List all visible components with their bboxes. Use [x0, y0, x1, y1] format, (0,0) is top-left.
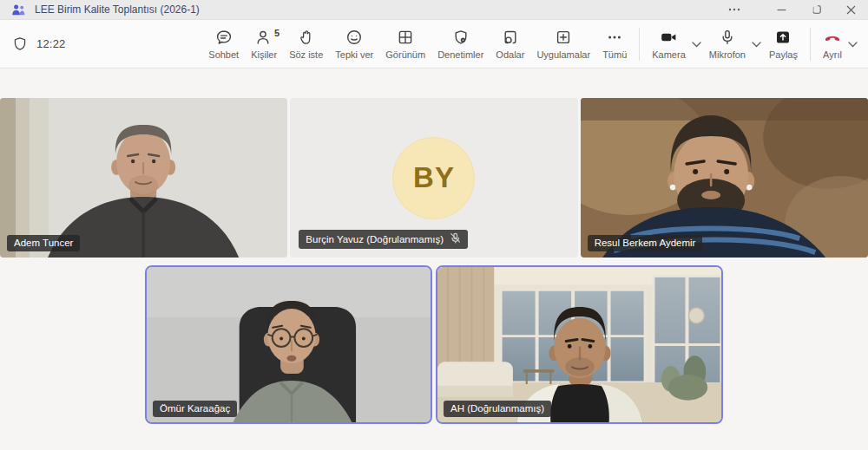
apps-label: Uygulamalar: [536, 49, 590, 60]
participant-name: AH (Doğrulanmamış): [450, 403, 544, 414]
chat-button[interactable]: Sohbet: [202, 29, 245, 60]
rooms-icon: [502, 29, 519, 47]
video-tile-adem-tuncer[interactable]: Adem Tuncer: [0, 98, 287, 258]
rooms-label: Odalar: [496, 49, 524, 60]
camera-label: Kamera: [652, 49, 686, 60]
title-bar: LEE Birim Kalite Toplantısı (2026-1): [0, 0, 868, 20]
window-more-button[interactable]: [717, 0, 752, 19]
toolbar-separator: [810, 28, 811, 61]
chat-icon: [215, 29, 233, 47]
raise-hand-label: Söz iste: [289, 49, 323, 60]
controls-button[interactable]: Denetimler: [431, 29, 490, 60]
video-tile-burcin-yavuz[interactable]: BY Burçin Yavuz (Doğrulanmamış): [290, 98, 577, 258]
leave-dropdown-chevron[interactable]: [848, 36, 858, 51]
participant-video: [581, 98, 868, 258]
controls-label: Denetimler: [437, 49, 483, 60]
window-close-button[interactable]: [833, 0, 868, 19]
microphone-button[interactable]: Mikrofon: [703, 29, 752, 60]
teams-logo-icon: [11, 4, 25, 16]
window-maximize-button[interactable]: [799, 0, 833, 19]
more-dots-icon: [606, 29, 623, 47]
leave-label: Ayrıl: [823, 49, 842, 60]
rooms-button[interactable]: Odalar: [490, 29, 530, 60]
window-minimize-button[interactable]: [764, 0, 799, 19]
people-icon: 5: [255, 29, 273, 47]
microphone-dropdown-chevron[interactable]: [752, 36, 761, 51]
participant-video: [147, 267, 431, 422]
raise-hand-icon: [298, 29, 315, 47]
name-label: AH (Doğrulanmamış): [444, 401, 551, 417]
avatar-initials: BY: [413, 161, 455, 194]
meeting-timer: 12:22: [12, 36, 66, 52]
apps-plus-icon: [555, 29, 572, 47]
view-icon: [397, 29, 414, 47]
share-icon: [774, 29, 792, 47]
video-tile-omur-karaagac[interactable]: Ömür Karaağaç: [145, 265, 432, 424]
name-label: Burçin Yavuz (Doğrulanmamış): [299, 230, 468, 249]
reaction-icon: [345, 29, 363, 47]
avatar: BY: [392, 137, 475, 219]
chat-label: Sohbet: [208, 49, 239, 60]
video-tile-resul-berkem-aydemir[interactable]: Resul Berkem Aydemir: [581, 98, 868, 258]
more-actions-label: Tümü: [602, 49, 627, 60]
controls-shield-icon: [452, 29, 470, 47]
camera-icon: [660, 29, 678, 47]
video-stage: Adem Tuncer BY Burçin Yavuz (Doğrulanmam…: [0, 68, 868, 450]
participant-name: Ömür Karaağaç: [160, 403, 230, 414]
leave-button[interactable]: Ayrıl: [817, 29, 848, 60]
view-button[interactable]: Görünüm: [379, 29, 431, 60]
reaction-button[interactable]: Tepki ver: [329, 29, 379, 60]
window-title: LEE Birim Kalite Toplantısı (2026-1): [35, 3, 200, 16]
toolbar-separator: [639, 28, 640, 61]
participant-name: Adem Tuncer: [14, 238, 73, 248]
raise-hand-button[interactable]: Söz iste: [283, 29, 329, 60]
participant-name: Burçin Yavuz (Doğrulanmamış): [306, 234, 444, 245]
mic-muted-icon: [450, 232, 461, 245]
meeting-toolbar: 12:22 Sohbet 5 Kişiler: [0, 20, 868, 68]
people-count-badge: 5: [274, 28, 279, 38]
view-label: Görünüm: [385, 49, 425, 60]
share-label: Paylaş: [769, 49, 798, 60]
participant-video: [437, 267, 721, 422]
microphone-label: Mikrofon: [709, 49, 746, 60]
name-label: Resul Berkem Aydemir: [588, 235, 703, 251]
more-actions-button[interactable]: Tümü: [596, 29, 633, 60]
camera-dropdown-chevron[interactable]: [692, 36, 701, 51]
video-tile-ah[interactable]: AH (Doğrulanmamış): [436, 265, 723, 424]
participant-name: Resul Berkem Aydemir: [595, 238, 696, 248]
share-button[interactable]: Paylaş: [763, 29, 804, 60]
participant-video: [0, 98, 287, 258]
people-button[interactable]: 5 Kişiler: [245, 29, 283, 60]
shield-icon: [12, 36, 28, 52]
name-label: Ömür Karaağaç: [153, 401, 237, 417]
hang-up-icon: [823, 29, 842, 47]
microphone-icon: [719, 29, 736, 47]
name-label: Adem Tuncer: [7, 235, 80, 251]
reaction-label: Tepki ver: [335, 49, 373, 60]
apps-button[interactable]: Uygulamalar: [530, 29, 596, 60]
camera-button[interactable]: Kamera: [646, 29, 692, 60]
timer-text: 12:22: [36, 37, 66, 50]
people-label: Kişiler: [251, 49, 277, 60]
